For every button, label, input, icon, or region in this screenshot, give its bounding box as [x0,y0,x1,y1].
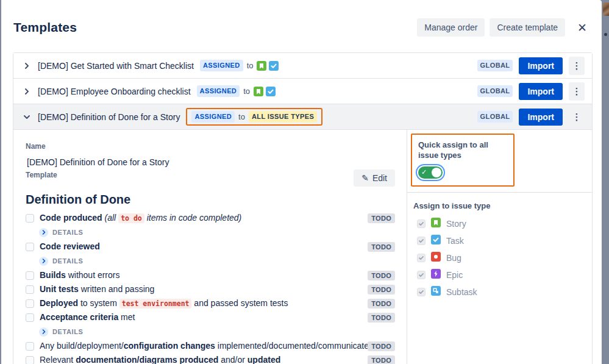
checklist-item: Deployed to system test environment and … [26,297,395,310]
issue-type-checkbox[interactable] [417,254,426,262]
status-badge: TODO [368,285,395,294]
subtask-icon [431,286,441,298]
chevron-down-icon[interactable] [20,110,34,124]
checklist-item: Code reviewedTODO [26,240,395,254]
bug-icon [431,252,441,264]
divider [407,192,592,193]
item-checkbox[interactable] [26,271,34,280]
template-title: [DEMO] Definition of Done for a Story [38,112,180,122]
pencil-icon: ✎ [361,173,369,183]
status-badge: TODO [368,355,395,364]
template-row[interactable]: [DEMO] Employee Onboarding checklist ASS… [13,79,592,104]
template-row[interactable]: [DEMO] Get Started with Smart Checklist … [13,53,592,79]
to-label: to [247,61,254,70]
to-label: to [238,112,245,121]
manage-order-button[interactable]: Manage order [417,18,485,37]
story-icon [431,218,441,230]
issue-type-checkbox[interactable] [417,219,426,228]
details-label: DETAILS [52,328,83,335]
edit-button-label: Edit [372,173,387,183]
details-expander[interactable]: DETAILS [39,255,395,266]
details-expander[interactable]: DETAILS [39,326,395,337]
issue-type-checkbox[interactable] [417,288,426,296]
name-label: Name [26,142,395,151]
item-checkbox[interactable] [26,342,34,351]
template-detail-right: Quick assign to all issue types ✓ Assign… [407,130,592,364]
checklist-item: Code produced (all to do items in code c… [26,212,395,225]
template-name-value: [DEMO] Definition of Done for a Story [27,157,395,167]
chevron-right-icon [39,228,48,237]
issue-type-row: Bug [417,252,585,264]
assigned-highlight-box: ASSIGNED to ALL ISSUE TYPES [186,108,322,126]
template-detail-left: Name [DEMO] Definition of Done for a Sto… [13,130,407,364]
template-label: Template [26,171,57,179]
template-row-expanded[interactable]: [DEMO] Definition of Done for a Story AS… [13,104,592,130]
task-icon [266,87,276,96]
details-label: DETAILS [52,229,83,236]
quick-assign-toggle[interactable]: ✓ [418,166,443,179]
item-text: Builds without errors [40,269,368,282]
checklist-item: Any build/deployment/configuration chang… [26,340,395,353]
assign-to-issue-type-header: Assign to issue type [413,201,585,210]
modal-header: Templates Manage order Create template ✕ [1,0,602,37]
chevron-right-icon[interactable] [20,84,34,99]
item-text: Code produced (all to do items in code c… [40,212,368,224]
issue-type-checkbox[interactable] [417,237,426,245]
edit-button[interactable]: ✎ Edit [354,170,395,187]
all-issue-types-badge: ALL ISSUE TYPES [249,111,317,123]
to-label: to [243,87,250,96]
checklist-items: Code produced (all to do items in code c… [26,212,395,364]
checklist-item: Acceptance criteria metTODO [26,311,395,324]
issue-type-row: Epic [417,269,585,281]
backdrop-dot [604,33,607,36]
status-badge: TODO [368,213,395,223]
global-badge: GLOBAL [477,85,513,97]
status-badge: TODO [368,242,395,252]
issue-type-label: Task [446,236,464,246]
item-checkbox[interactable] [26,299,34,308]
chevron-right-icon[interactable] [20,59,34,73]
item-text: Code reviewed [40,241,368,253]
chevron-right-icon [39,257,48,266]
item-text: Relevant documentation/diagrams produced… [40,354,368,364]
check-icon: ✓ [421,168,427,176]
issue-type-checkbox[interactable] [417,271,426,279]
issue-type-label: Epic [446,270,463,280]
item-checkbox[interactable] [26,243,34,251]
checklist-item: Builds without errorsTODO [26,269,395,282]
kebab-menu-icon[interactable]: ⋮ [569,82,585,101]
kebab-menu-icon[interactable]: ⋮ [569,57,585,75]
issue-type-label: Bug [446,253,461,263]
item-checkbox[interactable] [26,285,34,294]
template-title: [DEMO] Get Started with Smart Checklist [38,61,194,71]
item-text: Deployed to system test environment and … [40,298,368,310]
checklist-item: Unit tests written and passingTODO [26,283,395,296]
import-button[interactable]: Import [519,109,563,126]
status-badge: TODO [368,341,395,351]
templates-modal: Templates Manage order Create template ✕… [1,0,602,364]
item-checkbox[interactable] [26,356,34,364]
import-button[interactable]: Import [519,57,563,74]
status-badge: TODO [368,313,395,323]
template-list: [DEMO] Get Started with Smart Checklist … [13,52,593,364]
global-badge: GLOBAL [477,111,513,123]
status-badge: TODO [368,299,395,309]
create-template-button[interactable]: Create template [490,18,565,37]
quick-assign-label: Quick assign to all issue types [418,140,507,161]
import-button[interactable]: Import [519,83,563,100]
epic-icon [431,269,441,281]
template-detail: Name [DEMO] Definition of Done for a Sto… [13,130,592,364]
details-label: DETAILS [52,257,83,265]
global-badge: GLOBAL [477,60,513,71]
assigned-badge: ASSIGNED [200,60,243,71]
item-checkbox[interactable] [26,313,34,322]
issue-type-label: Story [446,219,466,229]
status-badge: TODO [368,271,395,280]
backdrop-avatar [603,2,609,16]
close-icon[interactable]: ✕ [574,21,591,35]
issue-type-label: Subtask [446,287,477,297]
checklist-item: Relevant documentation/diagrams produced… [26,354,395,364]
item-checkbox[interactable] [26,214,34,223]
kebab-menu-icon[interactable]: ⋮ [569,108,585,126]
details-expander[interactable]: DETAILS [39,227,395,238]
